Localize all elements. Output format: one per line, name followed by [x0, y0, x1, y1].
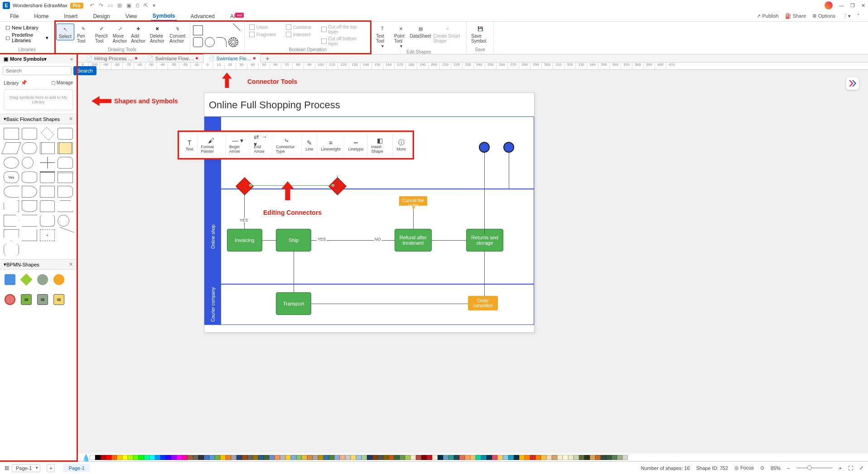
color-swatch[interactable]: [198, 455, 204, 460]
qat-more-icon[interactable]: ▾: [153, 2, 155, 9]
color-swatch[interactable]: [95, 455, 101, 460]
delete-anchor-tool[interactable]: ✖Delete Anchor: [147, 24, 167, 44]
color-swatch[interactable]: [405, 455, 410, 460]
create-smart-shape-tool[interactable]: ✧Create Smart Shape: [430, 24, 464, 44]
color-swatch[interactable]: [503, 455, 508, 460]
palette-predefined-2[interactable]: [58, 142, 73, 154]
color-swatch[interactable]: [177, 455, 182, 460]
ft-format-painter[interactable]: 🖌Format Painter: [198, 134, 226, 156]
color-swatch[interactable]: [481, 455, 487, 460]
symbol-search-input[interactable]: [3, 66, 72, 75]
color-swatch[interactable]: [155, 455, 160, 460]
pages-icon[interactable]: ▥: [5, 465, 9, 471]
color-swatch[interactable]: [329, 455, 334, 460]
color-swatch[interactable]: [557, 455, 563, 460]
color-swatch[interactable]: [285, 455, 291, 460]
color-swatch[interactable]: [193, 455, 198, 460]
box-refund[interactable]: Refund after treatment: [395, 229, 432, 252]
color-swatch[interactable]: [470, 455, 476, 460]
color-swatch[interactable]: [280, 455, 285, 460]
color-swatch[interactable]: [226, 455, 231, 460]
shape-star[interactable]: [217, 25, 227, 35]
palette-doublerect[interactable]: [58, 128, 73, 140]
menu-insert[interactable]: Insert: [62, 12, 79, 20]
palette-lines[interactable]: [22, 215, 37, 227]
bpmn-msg-3[interactable]: ✉: [53, 294, 64, 305]
color-swatch[interactable]: [552, 455, 557, 460]
palette-brace[interactable]: [4, 244, 19, 256]
zoom-slider[interactable]: [796, 467, 833, 469]
palette-display[interactable]: [22, 186, 37, 198]
color-swatch[interactable]: [367, 455, 372, 460]
close-section-icon[interactable]: ✕: [69, 261, 73, 267]
text-tool[interactable]: TText Tool▾: [373, 24, 391, 49]
color-swatch[interactable]: [421, 455, 427, 460]
palette-offpage[interactable]: [4, 229, 19, 241]
color-swatch[interactable]: [622, 455, 628, 460]
zoom-in-button[interactable]: +: [839, 465, 842, 471]
page-tab-1[interactable]: Page-1: [63, 464, 90, 472]
color-swatch[interactable]: [258, 455, 264, 460]
palette-predefined[interactable]: [40, 142, 55, 154]
palette-sq[interactable]: [40, 186, 55, 198]
color-swatch[interactable]: [291, 455, 296, 460]
color-swatch[interactable]: [139, 455, 144, 460]
menu-view[interactable]: View: [124, 12, 139, 20]
color-swatch[interactable]: [90, 455, 95, 460]
ft-begin-arrow[interactable]: — ▾Begin Arrow: [226, 134, 250, 156]
color-swatch[interactable]: [220, 455, 226, 460]
library-drop-area[interactable]: Drag symbols here to add to My Library: [4, 89, 73, 110]
bpmn-task[interactable]: [5, 274, 15, 285]
color-swatch[interactable]: [149, 455, 155, 460]
bool-union[interactable]: Union: [249, 24, 276, 30]
share-link[interactable]: ⛽ Share: [785, 13, 806, 19]
connector-d2-up[interactable]: [337, 175, 338, 194]
ft-lineweight[interactable]: ≡Lineweight: [317, 134, 344, 156]
ft-text[interactable]: TText: [182, 134, 198, 156]
minimize-icon[interactable]: —: [839, 3, 844, 8]
palette-cylinder[interactable]: [22, 171, 37, 183]
color-swatch[interactable]: [372, 455, 378, 460]
qat-icon-3[interactable]: ▣: [126, 2, 131, 9]
color-swatch[interactable]: [334, 455, 340, 460]
eyedropper-icon[interactable]: 💧: [82, 454, 88, 460]
color-swatch[interactable]: [133, 455, 139, 460]
color-swatch[interactable]: [606, 455, 612, 460]
color-swatch[interactable]: [492, 455, 497, 460]
drawing-page[interactable]: Online Full Shopping Process Online shop…: [204, 92, 535, 333]
color-swatch[interactable]: [101, 455, 106, 460]
datasheet-tool[interactable]: ▤DataSheet: [410, 24, 430, 39]
color-swatch[interactable]: [448, 455, 454, 460]
connector-handle-start[interactable]: [249, 184, 252, 187]
point-tool[interactable]: ✕Point Tool▾: [391, 24, 410, 49]
color-swatch[interactable]: [487, 455, 492, 460]
color-swatch[interactable]: [302, 455, 307, 460]
bpmn-event-red[interactable]: [5, 294, 15, 305]
color-swatch[interactable]: [313, 455, 318, 460]
connector-event2[interactable]: [509, 153, 509, 189]
color-swatch[interactable]: [438, 455, 443, 460]
palette-conn[interactable]: [58, 215, 69, 227]
palette-actor[interactable]: [40, 157, 55, 169]
color-swatch[interactable]: [215, 455, 220, 460]
color-swatch[interactable]: [579, 455, 584, 460]
color-swatch[interactable]: [519, 455, 525, 460]
connector-handle-end[interactable]: [332, 184, 334, 187]
close-section-icon[interactable]: ✕: [69, 116, 73, 122]
color-swatch[interactable]: [351, 455, 356, 460]
connector-inv-ship[interactable]: [262, 240, 276, 241]
color-swatch[interactable]: [530, 455, 535, 460]
color-swatch[interactable]: [128, 455, 133, 460]
color-swatch[interactable]: [188, 455, 193, 460]
palette-bucket[interactable]: [40, 215, 55, 227]
doc-tab-2[interactable]: 📄 Swimlane Flow…: [143, 54, 203, 62]
palette-pill[interactable]: [22, 142, 37, 154]
color-swatch[interactable]: [242, 455, 247, 460]
color-swatch[interactable]: [269, 455, 275, 460]
color-swatch[interactable]: [383, 455, 389, 460]
help-icon[interactable]: ❔▾: [842, 13, 851, 19]
bool-combine[interactable]: Combine: [286, 24, 311, 30]
event-circle-2[interactable]: [503, 142, 514, 153]
color-swatch[interactable]: [247, 455, 253, 460]
user-avatar[interactable]: [825, 1, 833, 10]
